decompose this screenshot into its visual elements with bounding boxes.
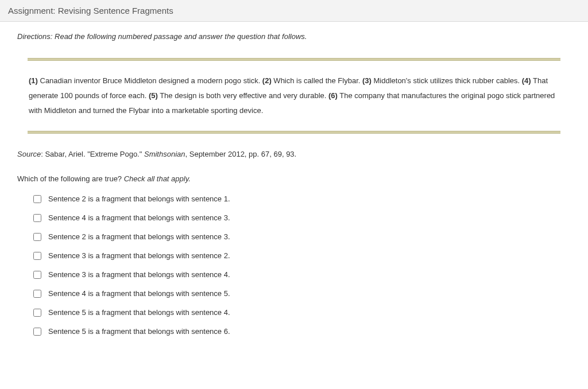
option-label: Sentence 4 is a fragment that belongs wi… <box>48 213 230 222</box>
option-checkbox-2[interactable] <box>33 214 41 222</box>
option-label: Sentence 3 is a fragment that belongs wi… <box>48 270 230 279</box>
source-text-before: : Sabar, Ariel. "Extreme Pogo." <box>41 150 144 158</box>
option-label: Sentence 5 is a fragment that belongs wi… <box>48 308 230 317</box>
option-label: Sentence 2 is a fragment that belongs wi… <box>48 232 230 241</box>
option-row: Sentence 4 is a fragment that belongs wi… <box>33 213 571 222</box>
option-row: Sentence 4 is a fragment that belongs wi… <box>33 289 571 298</box>
passage-text: (1) Canadian inventor Bruce Middleton de… <box>29 73 559 118</box>
option-checkbox-3[interactable] <box>33 233 41 241</box>
option-checkbox-6[interactable] <box>33 290 41 298</box>
source-citation: Source: Sabar, Ariel. "Extreme Pogo." Sm… <box>17 150 571 158</box>
option-row: Sentence 2 is a fragment that belongs wi… <box>33 194 571 203</box>
sentence-number: (5) <box>149 91 158 100</box>
passage-block: (1) Canadian inventor Bruce Middleton de… <box>28 58 560 134</box>
sentence-number: (2) <box>262 76 272 85</box>
option-label: Sentence 2 is a fragment that belongs wi… <box>48 194 230 203</box>
option-label: Sentence 3 is a fragment that belongs wi… <box>48 251 230 260</box>
source-label: Source <box>17 150 41 158</box>
option-row: Sentence 5 is a fragment that belongs wi… <box>33 308 571 317</box>
option-label: Sentence 4 is a fragment that belongs wi… <box>48 289 230 298</box>
sentence-number: (3) <box>362 76 372 85</box>
sentence-number: (6) <box>328 91 338 100</box>
source-text-after: , September 2012, pp. 67, 69, 93. <box>185 150 297 158</box>
option-row: Sentence 3 is a fragment that belongs wi… <box>33 270 571 279</box>
sentence-text: Canadian inventor Bruce Middleton design… <box>38 76 262 85</box>
sentence-number: (4) <box>522 76 531 85</box>
content-area: Directions: Read the following numbered … <box>0 22 588 363</box>
option-checkbox-4[interactable] <box>33 252 41 260</box>
directions-text: Directions: Read the following numbered … <box>17 32 571 41</box>
question-text: Which of the following are true? <box>17 174 124 183</box>
assignment-header: Assignment: Revising Sentence Fragments <box>0 0 588 22</box>
option-row: Sentence 2 is a fragment that belongs wi… <box>33 232 571 241</box>
option-checkbox-8[interactable] <box>33 328 41 336</box>
source-italic: Smithsonian <box>144 150 185 158</box>
assignment-title: Assignment: Revising Sentence Fragments <box>8 6 173 15</box>
divider-bottom <box>28 131 560 134</box>
divider-top <box>28 58 560 61</box>
sentence-number: (1) <box>29 76 38 85</box>
option-row: Sentence 3 is a fragment that belongs wi… <box>33 251 571 260</box>
sentence-text: Middleton's stick utilizes thick rubber … <box>372 76 522 85</box>
sentence-text: The design is both very effective and ve… <box>158 91 328 100</box>
option-checkbox-7[interactable] <box>33 309 41 317</box>
question-stem: Which of the following are true? Check a… <box>17 174 571 183</box>
options-list: Sentence 2 is a fragment that belongs wi… <box>33 194 571 336</box>
option-label: Sentence 5 is a fragment that belongs wi… <box>48 327 230 336</box>
sentence-text: Which is called the Flybar. <box>272 76 362 85</box>
question-hint: Check all that apply. <box>124 174 191 183</box>
option-checkbox-5[interactable] <box>33 271 41 279</box>
option-checkbox-1[interactable] <box>33 195 41 203</box>
option-row: Sentence 5 is a fragment that belongs wi… <box>33 327 571 336</box>
